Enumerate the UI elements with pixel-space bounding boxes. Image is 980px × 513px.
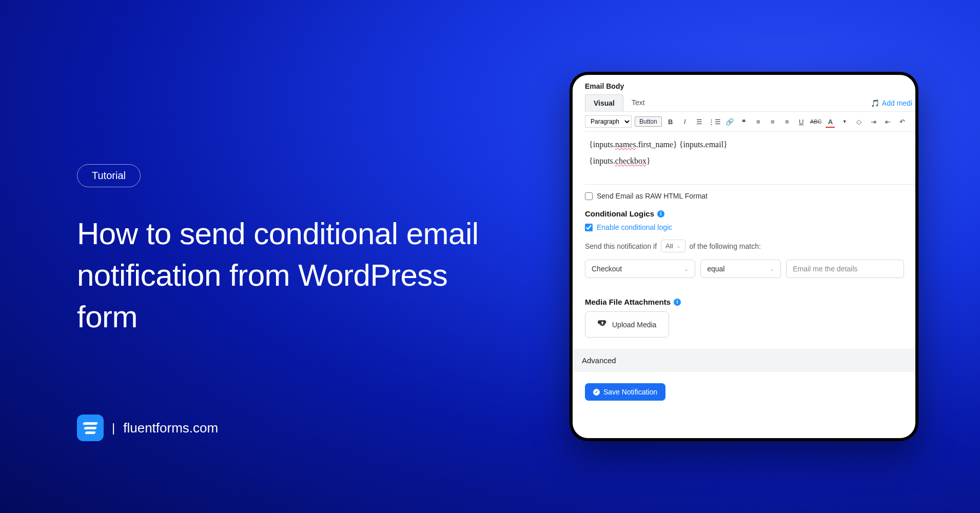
cloud-upload-icon (598, 320, 607, 329)
tablet-mockup: Email Body Visual Text 🎵 Add medi Paragr… (570, 72, 918, 441)
check-circle-icon (593, 389, 600, 396)
brand-footer: | fluentforms.com (77, 415, 218, 441)
tab-text[interactable]: Text (623, 94, 653, 111)
chevron-down-icon: ⌄ (676, 243, 681, 249)
add-media-button[interactable]: 🎵 Add medi (871, 99, 915, 107)
align-right-icon[interactable]: ≡ (781, 116, 793, 127)
text-color-icon[interactable]: A (825, 116, 836, 127)
number-list-icon[interactable]: ⋮☰ (708, 116, 721, 127)
clear-format-icon[interactable]: ◇ (853, 116, 865, 127)
separator: | (112, 421, 115, 435)
media-icon: 🎵 (871, 99, 879, 107)
page-headline: How to send conditional email notificati… (77, 213, 487, 338)
raw-html-label: Send Email as RAW HTML Format (597, 192, 708, 200)
condition-field-select[interactable]: Checkout ⌄ (585, 260, 695, 278)
media-heading: Media File Attachments i (585, 298, 915, 306)
bullet-list-icon[interactable]: ☰ (694, 116, 705, 127)
category-badge: Tutorial (77, 164, 141, 187)
advanced-section-toggle[interactable]: Advanced (573, 349, 915, 372)
conditional-heading: Conditional Logics i (585, 209, 915, 218)
raw-html-checkbox-row[interactable]: Send Email as RAW HTML Format (585, 185, 915, 209)
enable-conditional-checkbox[interactable] (585, 224, 593, 231)
settings-screen: Email Body Visual Text 🎵 Add medi Paragr… (573, 75, 915, 438)
info-icon[interactable]: i (674, 299, 681, 306)
match-type-select[interactable]: All ⌄ (661, 240, 685, 252)
outdent-icon[interactable]: ⇤ (882, 116, 893, 127)
condition-value-input[interactable]: Email me the details (786, 260, 904, 278)
brand-url: fluentforms.com (123, 420, 218, 436)
quote-icon[interactable]: ❝ (738, 116, 750, 127)
bold-icon[interactable]: B (665, 116, 676, 127)
condition-sentence: Send this notification if All ⌄ of the f… (585, 240, 915, 252)
condition-row: Checkout ⌄ equal ⌄ Email me the details (585, 260, 904, 278)
italic-icon[interactable]: I (679, 116, 691, 127)
insert-button[interactable]: Button (635, 116, 662, 127)
link-icon[interactable]: 🔗 (724, 116, 735, 127)
save-notification-button[interactable]: Save Notification (585, 383, 665, 401)
color-chevron-icon[interactable]: ▼ (839, 116, 850, 127)
chevron-down-icon: ⌄ (684, 266, 689, 272)
raw-html-checkbox[interactable] (585, 192, 593, 200)
strike-icon[interactable]: ABC (810, 116, 822, 127)
condition-operator-select[interactable]: equal ⌄ (700, 260, 781, 278)
enable-conditional-row[interactable]: Enable conditional logic (585, 223, 915, 231)
underline-icon[interactable]: U (796, 116, 807, 127)
fluentforms-logo-icon (77, 415, 104, 441)
undo-icon[interactable]: ↶ (896, 116, 908, 127)
upload-media-button[interactable]: Upload Media (585, 311, 669, 338)
indent-icon[interactable]: ⇥ (868, 116, 879, 127)
email-body-label: Email Body (585, 82, 915, 90)
info-icon[interactable]: i (657, 210, 664, 218)
align-center-icon[interactable]: ≡ (767, 116, 778, 127)
align-left-icon[interactable]: ≡ (753, 116, 764, 127)
tab-visual[interactable]: Visual (585, 94, 623, 111)
chevron-down-icon: ⌄ (770, 266, 774, 272)
email-body-editor[interactable]: {inputs.names.first_name} {inputs.email}… (585, 132, 915, 185)
editor-toolbar: Paragraph Button B I ☰ ⋮☰ 🔗 ❝ ≡ ≡ ≡ U AB… (585, 112, 915, 132)
format-select[interactable]: Paragraph (585, 115, 632, 128)
